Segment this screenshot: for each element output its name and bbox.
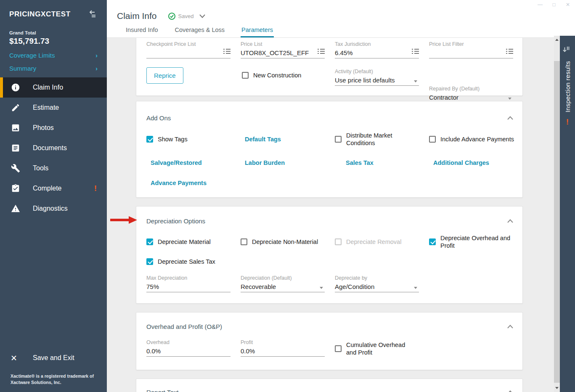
page-header: Claim Info Saved Insured Info Coverages … bbox=[107, 0, 575, 38]
depreciate-by-select[interactable]: Age/Condition bbox=[335, 282, 419, 292]
collapse-sidebar-icon[interactable] bbox=[87, 10, 98, 19]
price-list-input[interactable]: UTOR8X_OCT25L_EFF bbox=[241, 48, 325, 58]
alert-exclamation-icon: ! bbox=[94, 184, 97, 193]
overhead-input[interactable]: 0.0% bbox=[146, 346, 231, 357]
default-tags-link[interactable]: Default Tags bbox=[245, 136, 281, 143]
sidebar-item-documents[interactable]: Documents bbox=[0, 138, 107, 158]
checkbox-icon bbox=[146, 238, 153, 245]
list-picker-icon[interactable] bbox=[318, 48, 325, 56]
tab-parameters[interactable]: Parameters bbox=[241, 26, 274, 37]
depreciation-default-select[interactable]: Recoverable bbox=[241, 282, 325, 292]
price-list-filter-input[interactable] bbox=[429, 48, 513, 58]
tab-insured-info[interactable]: Insured Info bbox=[125, 26, 159, 37]
add-ons-section: Add Ons Show Tags Default Tags bbox=[136, 101, 523, 198]
minimize-icon[interactable]: — bbox=[537, 2, 543, 8]
distribute-market-conditions-checkbox[interactable]: Distribute Market Conditions bbox=[335, 132, 419, 147]
labor-burden-link[interactable]: Labor Burden bbox=[245, 159, 285, 166]
scroll-down-icon[interactable] bbox=[555, 387, 559, 389]
sidebar-nav: Claim Info Estimate Photos Documents bbox=[0, 77, 107, 219]
activity-default-dropdown: Activity (Default) Use price list defaul… bbox=[335, 69, 419, 86]
warning-triangle-icon bbox=[11, 204, 21, 214]
sidebar-item-label: Documents bbox=[33, 144, 67, 152]
tab-coverages-loss[interactable]: Coverages & Loss bbox=[174, 26, 225, 37]
checkbox-icon bbox=[146, 258, 153, 265]
depreciate-removal-checkbox: Depreciate Removal bbox=[335, 238, 429, 246]
tax-jurisdiction-field: Tax Jurisdiction 6.45% bbox=[335, 41, 419, 58]
save-and-exit-button[interactable]: ✕ Save and Exit bbox=[11, 353, 98, 363]
checkpoint-price-list-input[interactable] bbox=[146, 48, 231, 58]
sidebar-item-label: Diagnostics bbox=[33, 205, 68, 212]
sidebar-item-coverage-limits[interactable]: Coverage Limits › bbox=[9, 52, 98, 59]
salvage-restored-link[interactable]: Salvage/Restored bbox=[151, 159, 202, 166]
new-construction-checkbox[interactable]: New Construction bbox=[242, 72, 301, 79]
project-name: PRICINGXCTEST bbox=[9, 10, 71, 19]
list-picker-icon[interactable] bbox=[506, 48, 513, 56]
dropdown-caret-icon bbox=[320, 287, 323, 289]
max-depreciation-field: Max Depreciation 75% bbox=[146, 275, 231, 292]
wrench-icon bbox=[11, 163, 21, 173]
inspection-results-panel[interactable]: Inspection results ! bbox=[560, 36, 575, 392]
max-depreciation-input[interactable]: 75% bbox=[146, 282, 231, 292]
list-picker-icon[interactable] bbox=[412, 48, 419, 56]
depreciate-overhead-profit-checkbox[interactable]: Depreciate Overhead and Profit bbox=[429, 234, 523, 249]
reprice-button[interactable]: Reprice bbox=[146, 67, 183, 84]
pricing-section: Checkpoint Price List Price List UTOR8X_… bbox=[136, 38, 523, 96]
checkbox-icon bbox=[146, 136, 153, 143]
chevron-right-icon: › bbox=[95, 52, 98, 59]
sidebar-item-summary[interactable]: Summary › bbox=[9, 65, 98, 72]
parameters-content: Checkpoint Price List Price List UTOR8X_… bbox=[107, 38, 554, 392]
main-area: — □ ✕ Claim Info Saved Insured Info bbox=[107, 0, 575, 392]
activity-default-select[interactable]: Use price list defaults bbox=[335, 75, 419, 86]
saved-check-icon bbox=[168, 12, 176, 20]
grand-total-label: Grand Total bbox=[9, 30, 98, 35]
show-tags-checkbox[interactable]: Show Tags bbox=[146, 135, 241, 143]
cumulative-overhead-profit-checkbox[interactable]: Cumulative Overhead and Profit bbox=[335, 341, 429, 356]
grand-total-value: $15,791.73 bbox=[9, 37, 98, 46]
maximize-icon[interactable]: □ bbox=[551, 2, 557, 8]
xactimate-app: PRICINGXCTEST Grand Total $15,791.73 Cov… bbox=[0, 0, 575, 392]
collapse-section-icon[interactable] bbox=[507, 217, 513, 225]
sidebar-item-estimate[interactable]: Estimate bbox=[0, 98, 107, 118]
checkbox-icon bbox=[335, 345, 342, 352]
window-controls: — □ ✕ bbox=[537, 2, 571, 8]
tax-jurisdiction-input[interactable]: 6.45% bbox=[335, 48, 419, 58]
depreciate-material-checkbox[interactable]: Depreciate Material bbox=[146, 238, 241, 246]
sidebar-item-photos[interactable]: Photos bbox=[0, 118, 107, 138]
section-title: Overhead and Profit (O&P) bbox=[146, 323, 222, 330]
profit-field: Profit 0.0% bbox=[241, 339, 325, 357]
sidebar-item-label: Tools bbox=[33, 164, 48, 172]
sidebar-item-tools[interactable]: Tools bbox=[0, 158, 107, 178]
sidebar-item-label: Photos bbox=[33, 124, 54, 132]
list-picker-icon[interactable] bbox=[223, 48, 231, 56]
scrollbar-thumb[interactable] bbox=[554, 61, 560, 383]
inspection-results-label: Inspection results bbox=[564, 61, 571, 112]
alert-exclamation-icon: ! bbox=[566, 117, 569, 127]
overhead-profit-section: Overhead and Profit (O&P) Overhead 0.0% … bbox=[136, 312, 523, 370]
collapse-section-icon[interactable] bbox=[507, 114, 513, 122]
sidebar-item-label: Complete bbox=[33, 185, 61, 192]
advance-payments-link[interactable]: Advance Payments bbox=[151, 180, 207, 186]
additional-charges-link[interactable]: Additional Charges bbox=[433, 159, 489, 166]
sidebar: PRICINGXCTEST Grand Total $15,791.73 Cov… bbox=[0, 0, 107, 392]
sidebar-item-diagnostics[interactable]: Diagnostics bbox=[0, 199, 107, 219]
dropdown-caret-icon bbox=[508, 98, 511, 100]
depreciate-non-material-checkbox[interactable]: Depreciate Non-Material bbox=[241, 238, 335, 246]
sales-tax-link[interactable]: Sales Tax bbox=[346, 159, 374, 166]
collapse-section-icon[interactable] bbox=[507, 323, 513, 330]
vertical-scrollbar[interactable] bbox=[554, 36, 560, 392]
page-title: Claim Info bbox=[117, 11, 157, 21]
collapse-section-icon[interactable] bbox=[507, 388, 513, 392]
section-title: Report Text bbox=[146, 389, 178, 392]
profit-input[interactable]: 0.0% bbox=[241, 346, 325, 357]
info-icon bbox=[11, 82, 21, 93]
expand-panel-icon[interactable] bbox=[563, 45, 572, 55]
include-advance-payments-checkbox[interactable]: Include Advance Payments bbox=[429, 135, 523, 143]
pencil-icon bbox=[11, 103, 21, 113]
sidebar-item-claim-info[interactable]: Claim Info bbox=[0, 77, 107, 98]
sidebar-item-complete[interactable]: Complete ! bbox=[0, 178, 107, 199]
depreciate-sales-tax-checkbox[interactable]: Depreciate Sales Tax bbox=[146, 258, 215, 265]
scroll-up-icon[interactable] bbox=[555, 39, 559, 41]
close-icon[interactable]: ✕ bbox=[565, 2, 571, 8]
photo-icon bbox=[11, 123, 21, 133]
save-status[interactable]: Saved bbox=[168, 12, 206, 20]
